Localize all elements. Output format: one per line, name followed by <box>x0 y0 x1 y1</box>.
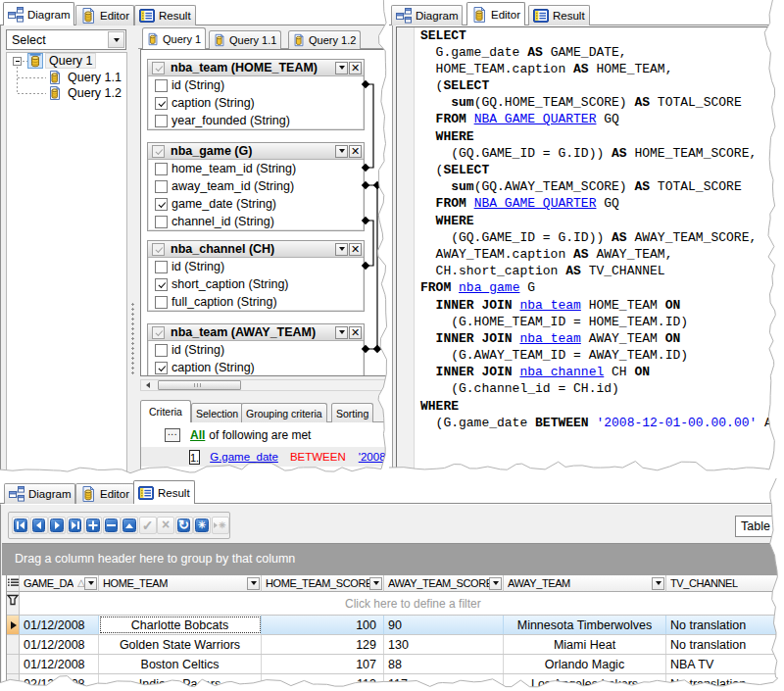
scroll-left-button[interactable] <box>143 381 155 389</box>
table-row[interactable]: 01/12/2008Boston Celtics10788Orlando Mag… <box>20 655 784 674</box>
field-checkbox[interactable] <box>155 97 168 110</box>
row-indicator-cell[interactable] <box>7 674 20 691</box>
tab-editor[interactable]: Editor <box>75 483 134 504</box>
table-cell[interactable]: 01/12/2008 <box>20 655 99 673</box>
field-checkbox[interactable] <box>155 362 168 374</box>
field-checkbox[interactable] <box>155 296 168 309</box>
table-menu-button[interactable] <box>335 243 348 256</box>
criteria-operator[interactable]: BETWEEN <box>290 451 346 463</box>
field-row[interactable]: short_caption (String) <box>148 275 364 293</box>
table-cell[interactable]: No translation <box>666 635 784 654</box>
table-cell[interactable]: 113 <box>262 674 384 691</box>
column-header[interactable]: AWAY_TEAM△ <box>504 575 666 592</box>
column-filter-button[interactable] <box>652 577 664 590</box>
tree-collapse-toggle[interactable] <box>13 57 22 66</box>
field-row[interactable]: caption (String) <box>148 359 364 376</box>
table-row[interactable]: 02/12/2008Indiana Pacers113117Los Angele… <box>20 674 784 691</box>
table-card-header[interactable]: nba_team (AWAY_TEAM)✕ <box>148 324 364 341</box>
filter-row[interactable]: Click here to define a filter <box>20 592 784 616</box>
column-header[interactable]: HOME_TEAM_SCORE△ <box>262 575 384 592</box>
criteria-row-number[interactable]: 1. <box>189 450 200 465</box>
table-cell[interactable]: 90 <box>384 616 504 634</box>
table-card[interactable]: nba_team (AWAY_TEAM)✕id (String)caption … <box>147 323 365 376</box>
table-cell[interactable]: Charlotte Bobcats <box>99 616 262 634</box>
view-mode-button[interactable]: Table <box>735 516 780 537</box>
table-cell[interactable]: 130 <box>384 635 504 654</box>
first-record-button[interactable] <box>12 517 29 534</box>
table-card-header[interactable]: nba_team (HOME_TEAM)✕ <box>148 60 364 76</box>
sql-code[interactable]: SELECT G.game_date AS GAME_DATE, HOME_TE… <box>420 27 784 483</box>
table-cell[interactable]: 117 <box>384 674 504 691</box>
table-close-button[interactable]: ✕ <box>349 243 362 256</box>
column-header[interactable]: HOME_TEAM△ <box>99 575 262 592</box>
criteria-options-button[interactable]: ... <box>165 428 180 442</box>
next-record-button[interactable] <box>48 517 66 534</box>
row-indicator-cell[interactable] <box>7 635 20 655</box>
edit-record-button[interactable] <box>121 517 138 534</box>
tab-grouping-criteria[interactable]: Grouping criteria <box>241 403 327 422</box>
table-cell[interactable]: 02/12/2008 <box>20 674 99 691</box>
field-checkbox[interactable] <box>155 344 168 357</box>
field-row[interactable]: full_caption (String) <box>148 293 364 311</box>
column-header[interactable]: TV_CHANNEL△ <box>666 575 784 592</box>
field-checkbox[interactable] <box>155 79 168 92</box>
column-filter-button[interactable] <box>247 577 260 590</box>
insert-record-button[interactable] <box>84 517 102 534</box>
canvas-hscrollbar[interactable] <box>140 379 390 391</box>
fetch-next-button[interactable] <box>193 517 211 534</box>
union-type-select[interactable]: Select <box>6 29 126 50</box>
field-row[interactable]: caption (String) <box>148 94 364 112</box>
tab-query1-1[interactable]: Query 1.1 <box>209 30 281 49</box>
tab-result[interactable]: Result <box>134 5 196 25</box>
table-card[interactable]: nba_team (HOME_TEAM)✕id (String)caption … <box>147 59 365 130</box>
column-header[interactable]: AWAY_TEAM_SCORE△ <box>384 575 504 592</box>
field-row[interactable]: channel_id (String) <box>148 213 364 230</box>
indicator-header-cell[interactable] <box>7 575 20 592</box>
tab-result[interactable]: Result <box>133 480 195 504</box>
field-checkbox[interactable] <box>155 261 168 273</box>
tab-editor[interactable]: Editor <box>466 2 525 25</box>
field-row[interactable]: away_team_id (String) <box>148 177 364 195</box>
table-cell[interactable]: Boston Celtics <box>99 655 262 673</box>
tab-criteria[interactable]: Criteria <box>140 400 191 422</box>
table-close-button[interactable]: ✕ <box>349 145 362 158</box>
field-checkbox[interactable] <box>155 115 168 127</box>
table-cell[interactable]: Orlando Magic <box>504 655 666 673</box>
table-checkbox[interactable] <box>152 243 165 256</box>
table-cell[interactable]: 01/12/2008 <box>20 635 99 654</box>
table-cell[interactable]: Golden State Warriors <box>99 635 262 654</box>
table-checkbox[interactable] <box>152 62 165 74</box>
tab-query1-2[interactable]: Query 1.2 <box>288 30 361 49</box>
field-row[interactable]: year_founded (String) <box>148 112 364 129</box>
refresh-data-button[interactable] <box>175 517 193 534</box>
row-indicator-cell[interactable] <box>7 616 20 635</box>
table-menu-button[interactable] <box>335 145 348 158</box>
tab-query1[interactable]: Query 1 <box>142 27 206 49</box>
table-cell[interactable]: 88 <box>384 655 504 673</box>
field-checkbox[interactable] <box>155 216 168 228</box>
table-card[interactable]: nba_channel (CH)✕id (String)short_captio… <box>147 240 365 312</box>
group-by-bar[interactable]: Drag a column header here to group by th… <box>2 543 784 575</box>
table-card-header[interactable]: nba_game (G)✕ <box>148 143 364 160</box>
table-cell[interactable]: Minnesota Timberwolves <box>504 616 666 634</box>
table-row[interactable]: 01/12/2008Charlotte Bobcats10090Minnesot… <box>20 616 784 635</box>
table-cell[interactable]: NBA TV <box>666 655 784 673</box>
field-row[interactable]: game_date (String) <box>148 195 364 213</box>
tab-diagram[interactable]: Diagram <box>3 2 74 25</box>
delete-record-button[interactable] <box>103 517 121 534</box>
tab-diagram[interactable]: Diagram <box>4 483 75 504</box>
field-checkbox[interactable] <box>155 278 168 291</box>
table-cell[interactable]: Miami Heat <box>504 635 666 654</box>
field-row[interactable]: id (String) <box>148 258 364 275</box>
column-filter-button[interactable] <box>489 577 502 590</box>
row-indicator-cell[interactable] <box>7 655 20 674</box>
criteria-all-link[interactable]: All <box>190 428 205 442</box>
tab-diagram[interactable]: Diagram <box>391 5 463 25</box>
field-row[interactable]: home_team_id (String) <box>148 160 364 177</box>
table-cell[interactable]: No translation <box>666 674 784 691</box>
table-close-button[interactable]: ✕ <box>349 62 362 74</box>
table-cell[interactable]: 129 <box>262 635 384 654</box>
table-menu-button[interactable] <box>335 62 348 74</box>
tab-sorting[interactable]: Sorting <box>331 403 373 422</box>
tree-node-query1-2[interactable]: Query 1.2 <box>47 85 124 101</box>
